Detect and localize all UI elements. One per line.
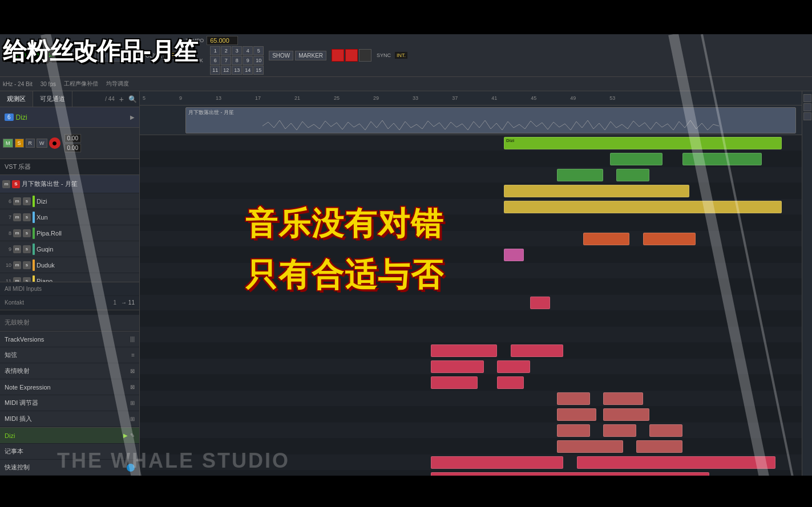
lane[interactable]: [140, 231, 802, 247]
midi-clip[interactable]: [504, 185, 689, 197]
track-m-btn[interactable]: m: [13, 245, 21, 253]
lane[interactable]: [140, 455, 802, 471]
lane[interactable]: [140, 327, 802, 343]
midi-clip[interactable]: [557, 392, 590, 405]
expression-section[interactable]: 表情映射 ⊠: [0, 363, 139, 379]
track-m-btn[interactable]: m: [13, 197, 21, 205]
lane[interactable]: [140, 167, 802, 183]
lane[interactable]: [140, 199, 802, 215]
right-mini-btn-1[interactable]: [803, 94, 811, 102]
midi-clip[interactable]: [557, 169, 603, 181]
lane[interactable]: [140, 295, 802, 311]
write-btn[interactable]: W: [37, 139, 47, 148]
lane[interactable]: [140, 183, 802, 199]
track-versions-section[interactable]: TrackVersions |||: [0, 331, 139, 347]
lane[interactable]: [140, 471, 802, 476]
search-btn[interactable]: 🔍: [126, 91, 139, 107]
lane[interactable]: [140, 263, 802, 279]
midi-clip[interactable]: [583, 233, 629, 245]
midi-clip[interactable]: [682, 153, 762, 165]
audio-clip[interactable]: 月下散落出世 - 月笙: [185, 107, 796, 133]
notes-section[interactable]: 记事本: [0, 444, 139, 460]
midi-clip[interactable]: [431, 456, 563, 469]
lane[interactable]: [140, 439, 802, 455]
midi-clip[interactable]: [504, 201, 782, 213]
midi-clip[interactable]: [610, 153, 663, 165]
track-item[interactable]: 11 m s Piano: [0, 273, 139, 282]
read-btn[interactable]: R: [26, 139, 35, 148]
lane[interactable]: [140, 423, 802, 439]
dark-control-1[interactable]: [359, 49, 371, 62]
lane[interactable]: [140, 215, 802, 231]
tab-observe[interactable]: 观测区: [0, 91, 33, 107]
midi-clip[interactable]: Dizi: [504, 137, 782, 149]
volume-display[interactable]: 0.00: [64, 134, 81, 143]
lane[interactable]: [140, 343, 802, 359]
back-btn[interactable]: ◀: [83, 49, 96, 62]
record-indicator-2[interactable]: [345, 49, 358, 62]
track-item[interactable]: 7 m s Xun: [0, 209, 139, 225]
midi-clip[interactable]: [636, 440, 682, 453]
show-button[interactable]: SHOW: [269, 51, 293, 60]
play-btn[interactable]: ▶: [112, 49, 124, 62]
track-s-btn[interactable]: s: [23, 277, 31, 282]
midi-insert-section[interactable]: MIDI 插入 ⊞: [0, 411, 139, 427]
midi-clip[interactable]: [497, 376, 523, 389]
instrument-section[interactable]: Dizi ▶ ✎: [0, 428, 139, 444]
midi-clip[interactable]: [603, 424, 636, 437]
lane[interactable]: [140, 407, 802, 423]
track-item[interactable]: 10 m s Duduk: [0, 257, 139, 273]
track-s-btn[interactable]: s: [23, 261, 31, 269]
track-s-btn[interactable]: s: [23, 229, 31, 237]
right-mini-btn-2[interactable]: [803, 103, 811, 111]
note2-section[interactable]: 知弦 ≡: [0, 347, 139, 363]
lane[interactable]: [140, 359, 802, 375]
mute-btn[interactable]: M: [3, 139, 13, 148]
vst-m-btn[interactable]: m: [2, 180, 10, 188]
midi-clip[interactable]: [649, 424, 682, 437]
midi-clip[interactable]: [557, 440, 623, 453]
vst-s-btn[interactable]: S: [12, 180, 20, 188]
lane[interactable]: [140, 375, 802, 391]
tab-visible[interactable]: 可见通道: [33, 91, 72, 107]
track-m-btn[interactable]: m: [13, 229, 21, 237]
lane[interactable]: Dizi: [140, 135, 802, 151]
stop-btn[interactable]: ■: [98, 49, 110, 62]
midi-clip[interactable]: [504, 249, 524, 261]
midi-clip[interactable]: [643, 233, 696, 245]
add-track-btn[interactable]: +: [117, 91, 126, 107]
record-arm-btn[interactable]: ●: [49, 137, 60, 149]
marker-button[interactable]: MARKER: [295, 51, 326, 60]
lane[interactable]: [140, 391, 802, 407]
vst-track-item[interactable]: m S 月下散落出世 - 月笙: [0, 175, 139, 193]
midi-clip[interactable]: [557, 408, 597, 421]
midi-clip[interactable]: [616, 169, 649, 181]
midi-clip[interactable]: [431, 376, 477, 389]
midi-clip[interactable]: [603, 392, 643, 405]
midi-clip[interactable]: [530, 297, 550, 309]
tempo-value[interactable]: 65.000: [207, 36, 238, 45]
rewind-btn[interactable]: ⏮: [69, 49, 82, 62]
midi-clip[interactable]: [511, 344, 564, 357]
right-mini-btn-3[interactable]: [803, 112, 811, 120]
midi-clip[interactable]: [577, 456, 775, 469]
track-expand-arrow[interactable]: ▶: [130, 114, 135, 120]
midi-eq-section[interactable]: MIDI 调节器 ⊞: [0, 395, 139, 411]
track-item[interactable]: 6 m s Dizi: [0, 193, 139, 209]
track-m-btn[interactable]: m: [13, 213, 21, 221]
quick-control-section[interactable]: 快速控制: [0, 460, 139, 476]
track-s-btn[interactable]: s: [23, 197, 31, 205]
instrument-edit[interactable]: ✎: [130, 432, 135, 439]
track-m-btn[interactable]: m: [13, 277, 21, 282]
track-item[interactable]: 9 m s Guqin: [0, 241, 139, 257]
midi-clip[interactable]: [557, 424, 590, 437]
lane[interactable]: [140, 279, 802, 295]
lane[interactable]: [140, 247, 802, 263]
record-indicator-1[interactable]: [332, 49, 344, 62]
track-s-btn[interactable]: s: [23, 213, 31, 221]
track-m-btn[interactable]: m: [13, 261, 21, 269]
note-expression-section[interactable]: Note Expression ⊠: [0, 379, 139, 395]
midi-clip[interactable]: [431, 344, 497, 357]
midi-clip[interactable]: [497, 360, 530, 373]
track-item[interactable]: 8 m s Pipa.Roll: [0, 225, 139, 241]
